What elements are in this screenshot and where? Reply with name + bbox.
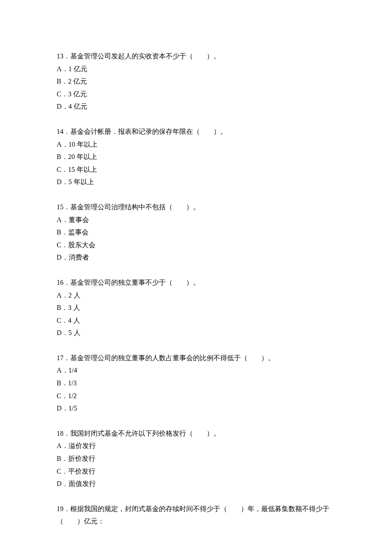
option: D．4 亿元 <box>57 100 335 113</box>
option: C．15 年以上 <box>57 163 335 176</box>
question-text: 14．基金会计帐册．报表和记录的保存年限在（ ）。 <box>57 125 335 138</box>
option: C．股东大会 <box>57 239 335 251</box>
question-text: 16．基金管理公司的独立董事不少于（ ）。 <box>57 276 335 289</box>
option: B．1/3 <box>57 377 335 390</box>
question-block: 14．基金会计帐册．报表和记录的保存年限在（ ）。A．10 年以上B．20 年以… <box>57 125 335 188</box>
question-text: 17．基金管理公司的独立董事的人数占董事会的比例不得低于（ ）。 <box>57 352 335 364</box>
option: B．20 年以上 <box>57 150 335 163</box>
option: D．消费者 <box>57 251 335 264</box>
question-block: 16．基金管理公司的独立董事不少于（ ）。A．2 人B．3 人C．4 人D．5 … <box>57 276 335 339</box>
question-block: 19．根据我国的规定，封闭式基金的存续时间不得少于（ ）年，最低募集数额不得少于… <box>57 503 335 528</box>
question-block: 15．基金管理公司治理结构中不包括（ ）。A．董事会B．监事会C．股东大会D．消… <box>57 201 335 264</box>
option: B．3 人 <box>57 301 335 314</box>
option: A．溢价发行 <box>57 439 335 452</box>
option: A．董事会 <box>57 214 335 226</box>
option: D．5 人 <box>57 327 335 339</box>
question-text: 15．基金管理公司治理结构中不包括（ ）。 <box>57 201 335 214</box>
option: C．平价发行 <box>57 465 335 478</box>
option: C．4 人 <box>57 314 335 327</box>
option: A．1/4 <box>57 364 335 377</box>
option: B．2 亿元 <box>57 75 335 88</box>
option: D．1/5 <box>57 402 335 415</box>
question-text: 18．我国封闭式基金不允许以下列价格发行（ ）。 <box>57 427 335 440</box>
question-block: 13．基金管理公司发起人的实收资本不少于（ ）。A．1 亿元B．2 亿元C．3 … <box>57 50 335 113</box>
option: A．1 亿元 <box>57 63 335 75</box>
option: D．5 年以上 <box>57 176 335 188</box>
question-block: 17．基金管理公司的独立董事的人数占董事会的比例不得低于（ ）。A．1/4B．1… <box>57 352 335 415</box>
question-block: 18．我国封闭式基金不允许以下列价格发行（ ）。A．溢价发行B．折价发行C．平价… <box>57 427 335 490</box>
option: A．10 年以上 <box>57 138 335 151</box>
option: B．折价发行 <box>57 452 335 465</box>
option: B．监事会 <box>57 226 335 239</box>
option: C．3 亿元 <box>57 88 335 101</box>
question-text: 13．基金管理公司发起人的实收资本不少于（ ）。 <box>57 50 335 63</box>
option: A．2 人 <box>57 289 335 302</box>
option: D．面值发行 <box>57 477 335 490</box>
question-text: 19．根据我国的规定，封闭式基金的存续时间不得少于（ ）年，最低募集数额不得少于… <box>57 503 335 528</box>
option: C．1/2 <box>57 390 335 402</box>
